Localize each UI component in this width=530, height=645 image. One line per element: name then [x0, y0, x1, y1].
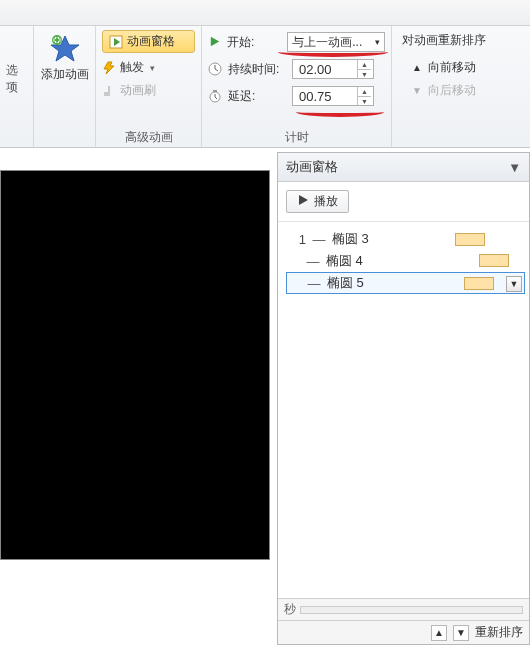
reorder-title: 对动画重新排序 — [402, 32, 518, 49]
play-label: 播放 — [314, 193, 338, 210]
star-plus-icon — [49, 34, 81, 64]
add-animation-label: 添加动画 — [41, 66, 89, 83]
spin-buttons[interactable]: ▲▼ — [357, 60, 371, 78]
delay-icon — [208, 89, 222, 103]
timeline-scrollbar[interactable] — [300, 606, 523, 614]
triangle-down-icon: ▼ — [412, 85, 422, 96]
delay-input[interactable]: 00.75 ▲▼ — [292, 86, 374, 106]
title-bar — [0, 0, 530, 26]
list-item[interactable]: 1 — 椭圆 3 — [286, 228, 525, 250]
dash-icon: — — [307, 276, 321, 291]
triangle-up-icon: ▲ — [412, 62, 422, 73]
pane-header: 动画窗格 ▼ — [278, 153, 529, 182]
trigger-label: 触发 — [120, 59, 144, 76]
lightning-icon — [102, 61, 116, 75]
svg-rect-10 — [108, 86, 110, 93]
timing-swatch — [479, 254, 509, 267]
pane-timeline-footer: 秒 — [278, 598, 529, 620]
start-label: 开始: — [227, 34, 281, 51]
duration-input[interactable]: 02.00 ▲▼ — [292, 59, 374, 79]
timing-delay-row: 延迟: 00.75 ▲▼ — [208, 86, 385, 106]
pane-title: 动画窗格 — [286, 158, 338, 176]
pane-menu-button[interactable]: ▼ — [508, 160, 521, 175]
chevron-down-icon: ▾ — [150, 63, 155, 73]
seconds-label: 秒 — [284, 601, 296, 618]
svg-rect-14 — [213, 90, 217, 92]
animation-pane: 动画窗格 ▼ 播放 1 — 椭圆 3 — 椭圆 4 — 椭圆 5 ▼ — [277, 152, 530, 645]
svg-marker-8 — [104, 62, 114, 74]
move-earlier-label: 向前移动 — [428, 59, 476, 76]
timing-swatch — [455, 233, 485, 246]
item-number: 1 — [290, 232, 306, 247]
svg-marker-11 — [211, 37, 219, 46]
animation-pane-button[interactable]: 动画窗格 — [102, 30, 195, 53]
dash-icon: — — [306, 254, 320, 269]
reorder-down-button[interactable]: ▼ — [453, 625, 469, 641]
trigger-button[interactable]: 触发 ▾ — [102, 59, 195, 76]
add-animation-button[interactable]: 添加动画 — [40, 34, 89, 83]
delay-value: 00.75 — [299, 89, 332, 104]
reorder-label: 重新排序 — [475, 624, 523, 641]
start-select[interactable]: 与上一动画... ▾ — [287, 32, 385, 52]
animation-brush-button: 动画刷 — [102, 82, 195, 99]
move-later-label: 向后移动 — [428, 82, 476, 99]
ribbon-group-add-anim: 添加动画 — [34, 26, 96, 147]
play-button[interactable]: 播放 — [286, 190, 349, 213]
item-name: 椭圆 3 — [332, 230, 369, 248]
reorder-up-button[interactable]: ▲ — [431, 625, 447, 641]
svg-rect-5 — [54, 39, 59, 41]
ribbon-group-advanced: 动画窗格 触发 ▾ 动画刷 高级动画 — [96, 26, 202, 147]
timing-duration-row: 持续时间: 02.00 ▲▼ — [208, 59, 385, 79]
timing-swatch — [464, 277, 494, 290]
timing-start-row: 开始: 与上一动画... ▾ — [208, 32, 385, 52]
play-icon — [297, 194, 309, 209]
ribbon-group-timing: 开始: 与上一动画... ▾ 持续时间: 02.00 ▲▼ 延迟: 00.75 — [202, 26, 392, 147]
options-label[interactable]: 选项 — [6, 62, 27, 96]
ribbon-group-options: 选项 — [0, 26, 34, 147]
move-later-button: ▼ 向后移动 — [412, 82, 518, 99]
brush-label: 动画刷 — [120, 82, 156, 99]
slide-canvas[interactable] — [0, 170, 270, 560]
duration-label: 持续时间: — [228, 61, 286, 78]
move-earlier-button[interactable]: ▲ 向前移动 — [412, 59, 518, 76]
animation-pane-label: 动画窗格 — [127, 33, 175, 50]
pane-icon — [109, 35, 123, 49]
brush-icon — [102, 84, 116, 98]
item-name: 椭圆 5 — [327, 274, 364, 292]
dash-icon: — — [312, 232, 326, 247]
play-icon — [208, 35, 221, 49]
delay-label: 延迟: — [228, 88, 286, 105]
pane-reorder-footer: ▲ ▼ 重新排序 — [278, 620, 529, 644]
item-name: 椭圆 4 — [326, 252, 363, 270]
list-item[interactable]: — 椭圆 5 ▼ — [286, 272, 525, 294]
item-dropdown-button[interactable]: ▼ — [506, 276, 522, 292]
chevron-down-icon: ▾ — [375, 37, 380, 47]
spin-buttons[interactable]: ▲▼ — [357, 87, 371, 105]
list-item[interactable]: — 椭圆 4 — [286, 250, 525, 272]
animation-list: 1 — 椭圆 3 — 椭圆 4 — 椭圆 5 ▼ — [278, 222, 529, 296]
ribbon: 选项 添加动画 动画窗格 — [0, 26, 530, 148]
group-label-advanced: 高级动画 — [96, 129, 201, 146]
duration-value: 02.00 — [299, 62, 332, 77]
svg-marker-15 — [299, 195, 308, 205]
ribbon-group-reorder: 对动画重新排序 ▲ 向前移动 ▼ 向后移动 — [392, 26, 524, 147]
play-row: 播放 — [278, 182, 529, 222]
clock-icon — [208, 62, 222, 76]
group-label-timing: 计时 — [202, 129, 391, 146]
start-value: 与上一动画... — [292, 34, 362, 51]
